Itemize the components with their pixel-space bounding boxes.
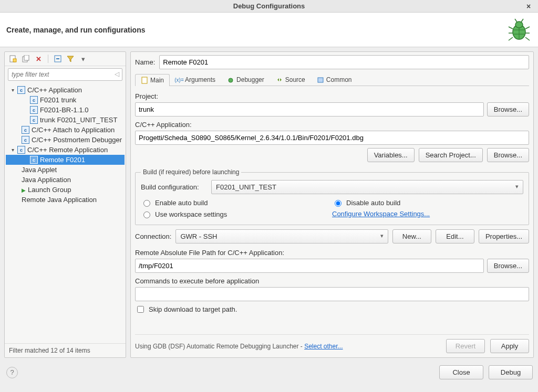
close-button[interactable]: Close [439,365,483,379]
commands-input[interactable] [135,287,529,301]
enable-auto-build-radio[interactable]: Enable auto build [141,198,332,207]
arguments-icon: (x)= [175,76,183,83]
tree-item-c-postmortem[interactable]: cC/C++ Postmortem Debugger [6,135,125,145]
tree-item-label: Remote Java Application [22,196,97,204]
tree-item-label: F0201 trunk [40,96,76,104]
launcher-text: Using GDB (DSF) Automatic Remote Debuggi… [135,343,343,350]
build-config-label: Build configuration: [141,183,208,191]
apply-button[interactable]: Apply [490,339,529,353]
common-icon [317,76,324,83]
tree-item-c-remote-application[interactable]: ▾cC/C++ Remote Application [6,145,125,155]
skip-download-check[interactable]: Skip download to target path. [135,304,529,314]
build-group-legend: Build (if required) before launching [141,168,241,176]
config-tree[interactable]: ▾cC/C++ Application cF0201 trunk cF0201-… [5,83,126,343]
connection-properties-button[interactable]: Properties... [479,229,529,243]
filter-input[interactable] [8,68,122,81]
window-title: Debug Configurations [233,2,305,10]
titlebar: Debug Configurations × [0,0,538,13]
tab-common[interactable]: Common [311,73,358,86]
connection-value: GWR - SSH [180,232,217,240]
tree-item-label: C/C++ Application [27,86,82,94]
app-label: C/C++ Application: [135,121,529,129]
svg-rect-18 [318,78,323,82]
tree-item-trunk-unit-test[interactable]: ctrunk F0201_UNIT_TEST [6,115,125,125]
edit-connection-button[interactable]: Edit... [436,229,474,243]
tree-item-label: trunk F0201_UNIT_TEST [40,116,117,124]
main-tab-content: Project: Browse... C/C++ Application: Va… [135,86,529,314]
left-panel: ✕ ▾ ◁ ▾cC/C++ Application cF0201 trunk c… [4,51,126,358]
tree-item-c-application[interactable]: ▾cC/C++ Application [6,85,125,95]
browse-project-button[interactable]: Browse... [487,102,529,116]
header: Create, manage, and run configurations [0,13,538,47]
name-input[interactable] [159,55,529,69]
tree-item-launch-group[interactable]: Launch Group [6,185,125,195]
select-other-link[interactable]: Select other... [304,343,343,350]
tree-item-label: C/C++ Attach to Application [32,126,115,134]
tab-main[interactable]: Main [135,74,170,86]
svg-line-6 [509,37,513,40]
build-config-select[interactable]: F0201_UNIT_TEST [211,180,523,194]
build-config-value: F0201_UNIT_TEST [216,183,276,191]
chevron-down-icon[interactable]: ▾ [79,55,87,63]
svg-rect-13 [24,55,29,60]
tree-item-remote-java[interactable]: Remote Java Application [6,195,125,205]
tree-item-f0201-trunk[interactable]: cF0201 trunk [6,95,125,105]
tree-item-f0201-br[interactable]: cF0201-BR-1.1.0 [6,105,125,115]
svg-line-2 [509,27,513,29]
svg-rect-16 [142,77,147,83]
app-input[interactable] [135,131,529,145]
svg-rect-11 [13,59,16,62]
debug-button[interactable]: Debug [489,365,533,379]
filter-icon[interactable] [66,55,75,63]
project-label: Project: [135,92,529,100]
collapse-all-icon[interactable] [54,55,62,63]
remote-path-label: Remote Absolute File Path for C/C++ Appl… [135,249,529,257]
browse-remote-button[interactable]: Browse... [487,259,529,273]
build-group: Build (if required) before launching Bui… [135,168,529,225]
tab-arguments[interactable]: (x)= Arguments [170,73,221,86]
svg-point-17 [229,78,233,82]
svg-point-1 [515,22,523,28]
tab-label: Arguments [185,76,215,83]
new-config-icon[interactable] [9,55,17,63]
tree-item-remote-f0201[interactable]: cRemote F0201 [6,155,125,165]
tab-label: Source [285,76,305,83]
tree-item-java-application[interactable]: Java Application [6,175,125,185]
clear-filter-icon[interactable]: ◁ [115,70,119,78]
use-workspace-radio[interactable]: Use workspace settings [141,210,332,218]
configure-ws-link[interactable]: Configure Workspace Settings... [332,210,523,218]
header-title: Create, manage, and run configurations [6,26,146,34]
tab-source[interactable]: Source [270,73,311,86]
help-icon[interactable]: ? [6,367,18,378]
connection-label: Connection: [135,232,171,240]
tab-bar: Main (x)= Arguments Debugger Source Comm… [135,73,529,86]
remote-path-input[interactable] [135,259,484,273]
tab-label: Common [326,76,352,83]
project-input[interactable] [135,102,484,116]
variables-button[interactable]: Variables... [367,148,415,162]
connection-select[interactable]: GWR - SSH [175,229,388,243]
tree-item-label: Java Application [22,176,71,184]
svg-line-8 [515,19,517,22]
tree-toolbar: ✕ ▾ [5,52,126,66]
tab-label: Main [150,77,164,84]
tree-item-c-attach[interactable]: cC/C++ Attach to Application [6,125,125,135]
delete-icon[interactable]: ✕ [34,55,43,63]
tree-item-java-applet[interactable]: Java Applet [6,165,125,175]
new-connection-button[interactable]: New... [392,229,431,243]
bug-small-icon [227,76,234,83]
disable-auto-build-radio[interactable]: Disable auto build [332,198,523,207]
name-label: Name: [135,58,155,66]
browse-app-button[interactable]: Browse... [487,148,529,162]
tree-item-label: F0201-BR-1.1.0 [40,106,89,114]
duplicate-icon[interactable] [22,55,30,63]
revert-button[interactable]: Revert [446,339,485,353]
close-icon[interactable]: × [522,0,535,13]
document-icon [141,77,148,84]
search-project-button[interactable]: Search Project... [419,148,483,162]
tab-debugger[interactable]: Debugger [221,73,270,86]
svg-line-7 [525,37,530,40]
bug-icon [506,17,532,43]
play-icon [22,186,26,194]
tree-item-label: Remote F0201 [40,156,85,164]
